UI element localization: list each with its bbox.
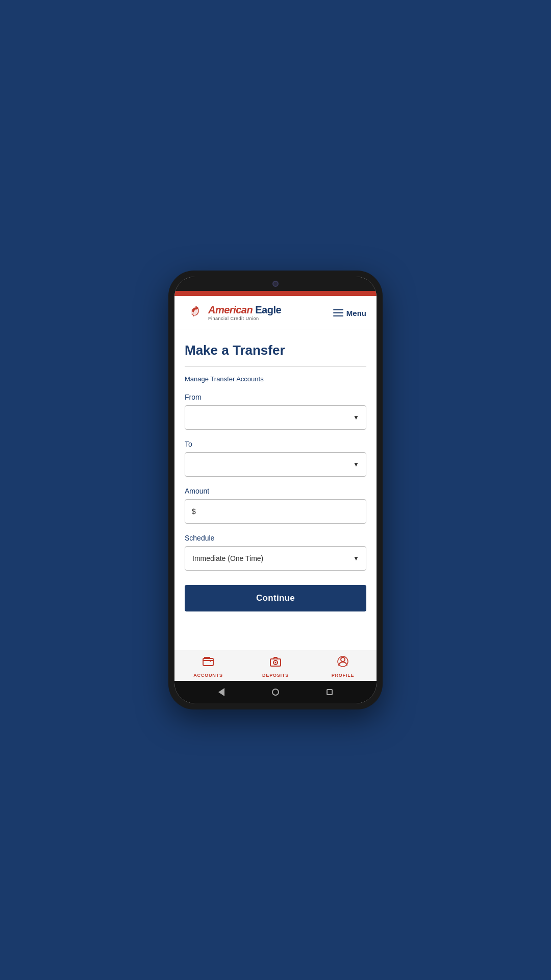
- amount-wrapper: $: [185, 499, 366, 524]
- from-field-group: From ▼: [185, 393, 366, 430]
- profile-icon: [337, 655, 349, 671]
- accounts-icon: [202, 655, 214, 671]
- title-divider: [185, 366, 366, 367]
- to-select-wrapper: ▼: [185, 452, 366, 477]
- manage-transfer-accounts-link[interactable]: Manage Transfer Accounts: [185, 375, 366, 383]
- camera-notch: [272, 281, 279, 287]
- back-button[interactable]: [218, 688, 224, 696]
- menu-label: Menu: [346, 309, 366, 317]
- recents-button[interactable]: [327, 689, 333, 695]
- phone-inner: American Eagle Financial Credit Union Me…: [174, 277, 377, 703]
- form-area: Make a Transfer Manage Transfer Accounts…: [174, 330, 377, 650]
- amount-label: Amount: [185, 487, 366, 495]
- logo-container: American Eagle Financial Credit Union: [185, 303, 281, 323]
- logo-main-text: American Eagle: [208, 305, 281, 315]
- logo-sub-text: Financial Credit Union: [208, 316, 281, 321]
- to-label: To: [185, 440, 366, 448]
- deposits-nav-label: DEPOSITS: [262, 673, 289, 678]
- schedule-label: Schedule: [185, 534, 366, 542]
- android-nav-bar: [174, 681, 377, 703]
- svg-rect-1: [203, 658, 213, 666]
- phone-frame: American Eagle Financial Credit Union Me…: [168, 271, 383, 709]
- hamburger-icon: [333, 309, 343, 316]
- profile-nav-label: PROFILE: [332, 673, 355, 678]
- logo-text: American Eagle Financial Credit Union: [208, 305, 281, 321]
- from-select[interactable]: [185, 405, 366, 430]
- app-header: American Eagle Financial Credit Union Me…: [174, 296, 377, 330]
- svg-point-6: [341, 657, 345, 662]
- nav-item-deposits[interactable]: DEPOSITS: [242, 655, 309, 678]
- schedule-field-group: Schedule Immediate (One Time) Scheduled …: [185, 534, 366, 571]
- dollar-sign-icon: $: [192, 507, 196, 516]
- svg-point-5: [275, 662, 277, 664]
- schedule-select-wrapper: Immediate (One Time) Scheduled Recurring…: [185, 546, 366, 571]
- nav-item-profile[interactable]: PROFILE: [309, 655, 377, 678]
- accounts-nav-label: ACCOUNTS: [193, 673, 222, 678]
- app-content: American Eagle Financial Credit Union Me…: [174, 296, 377, 681]
- amount-field-group: Amount $: [185, 487, 366, 524]
- page-title: Make a Transfer: [185, 342, 366, 358]
- from-label: From: [185, 393, 366, 401]
- home-button[interactable]: [272, 689, 279, 696]
- to-field-group: To ▼: [185, 440, 366, 477]
- from-select-wrapper: ▼: [185, 405, 366, 430]
- nav-item-accounts[interactable]: ACCOUNTS: [174, 655, 242, 678]
- eagle-logo-icon: [185, 303, 204, 323]
- deposits-icon: [269, 655, 282, 671]
- to-select[interactable]: [185, 452, 366, 477]
- amount-input[interactable]: [185, 499, 366, 524]
- continue-button[interactable]: Continue: [185, 585, 366, 611]
- bottom-nav: ACCOUNTS DEPOSITS: [174, 650, 377, 681]
- red-accent-bar: [174, 291, 377, 296]
- schedule-select[interactable]: Immediate (One Time) Scheduled Recurring: [185, 546, 366, 571]
- menu-button[interactable]: Menu: [333, 309, 366, 317]
- svg-rect-2: [204, 657, 210, 658]
- status-bar: [174, 277, 377, 291]
